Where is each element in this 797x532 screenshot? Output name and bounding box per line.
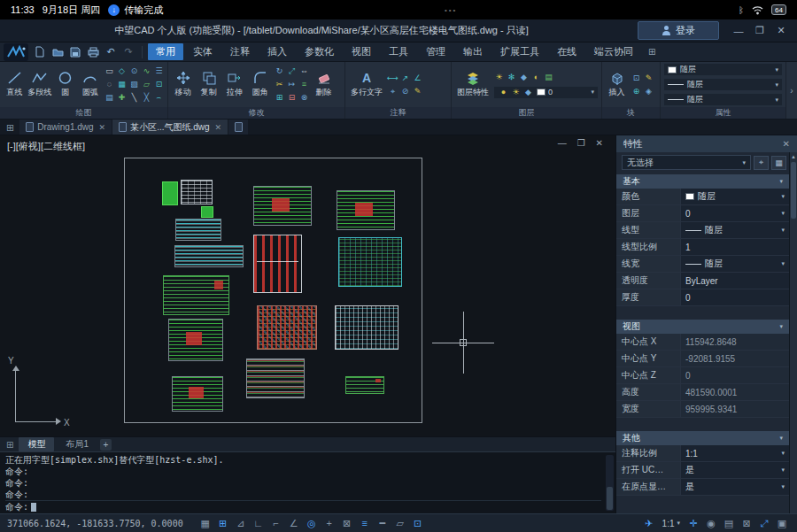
notification-chip[interactable]: ↓ 传输完成 bbox=[108, 4, 163, 17]
break-icon[interactable]: ⊟ bbox=[286, 91, 298, 104]
drawing-thumbnail-15[interactable] bbox=[246, 359, 305, 398]
drawing-thumbnail-1[interactable] bbox=[162, 181, 178, 205]
dropdown-arrow-icon[interactable]: ▾ bbox=[781, 193, 785, 200]
add-layout-button[interactable]: + bbox=[100, 439, 112, 451]
collapse-arrow-icon[interactable]: ▾ bbox=[779, 178, 783, 185]
drawing-thumbnail-4[interactable] bbox=[253, 186, 312, 226]
array-icon[interactable]: ⊞ bbox=[274, 91, 285, 104]
donut-icon[interactable]: ⊙ bbox=[128, 65, 140, 78]
edit-block-icon[interactable]: ✎ bbox=[643, 72, 654, 85]
circle-tool-button[interactable]: 圆 bbox=[53, 64, 76, 105]
drawing-thumbnail-9[interactable] bbox=[338, 237, 402, 287]
layout1-tab[interactable]: 布局1 bbox=[57, 437, 97, 451]
new-file-icon[interactable] bbox=[32, 44, 48, 59]
menu-tab-端云协同[interactable]: 端云协同 bbox=[586, 43, 641, 60]
construction-line-icon[interactable]: ╳ bbox=[141, 91, 152, 104]
ribbon-scroll-right[interactable]: › bbox=[786, 62, 797, 119]
drawing-thumbnail-14[interactable] bbox=[172, 376, 223, 412]
scale-icon[interactable]: ⤢ bbox=[286, 65, 298, 78]
object-snap-tracking-icon[interactable]: + bbox=[321, 516, 337, 530]
menu-tab-工具[interactable]: 工具 bbox=[381, 43, 416, 60]
linetype-dropdown[interactable]: 随层 ▾ bbox=[663, 78, 783, 91]
command-scrollbar[interactable] bbox=[606, 455, 614, 511]
property-value[interactable]: 是▾ bbox=[680, 479, 789, 495]
dropdown-arrow-icon[interactable]: ▾ bbox=[781, 483, 785, 490]
property-value[interactable]: 1 bbox=[680, 239, 789, 255]
command-scrollbar-thumb[interactable] bbox=[607, 487, 613, 510]
model-space-icon[interactable]: ▦ bbox=[197, 516, 213, 530]
fullscreen-icon[interactable]: ▣ bbox=[774, 516, 790, 530]
menu-tab-管理[interactable]: 管理 bbox=[418, 43, 453, 60]
polygon-icon[interactable]: ◇ bbox=[116, 65, 128, 78]
mirror-icon[interactable]: ⇔ bbox=[298, 65, 310, 78]
linear-dimension-icon[interactable]: ⟷ bbox=[387, 72, 398, 85]
extend-icon[interactable]: ↦ bbox=[286, 78, 298, 91]
property-value[interactable]: 1:1▾ bbox=[680, 445, 789, 461]
command-line-panel[interactable]: 正在用字型[simplex.shx]替代字型[hzst-e.shx].命令:命令… bbox=[0, 451, 615, 513]
command-prompt[interactable]: 命令: bbox=[5, 500, 601, 513]
auto-scale-icon[interactable]: ◉ bbox=[703, 516, 719, 530]
block-group-label[interactable]: 块 bbox=[602, 107, 660, 119]
property-value[interactable]: 是▾ bbox=[680, 462, 789, 478]
rotate-icon[interactable]: ↻ bbox=[274, 65, 285, 78]
collapse-arrow-icon[interactable]: ▾ bbox=[779, 323, 783, 330]
edit-text-icon[interactable]: ✎ bbox=[412, 85, 423, 98]
drawing-thumbnail-12[interactable] bbox=[257, 305, 317, 350]
property-value[interactable]: ByLayer bbox=[680, 273, 789, 289]
menu-tab-在线[interactable]: 在线 bbox=[549, 43, 584, 60]
layer-isolate-icon[interactable]: ◐ bbox=[530, 71, 542, 84]
section-header-其他[interactable]: 其他▾ bbox=[616, 431, 789, 445]
region-icon[interactable]: ⊡ bbox=[153, 78, 165, 91]
annotation-visibility-icon[interactable]: ✛ bbox=[685, 516, 701, 530]
scrollbar-up-icon[interactable]: ▲ bbox=[790, 152, 797, 161]
collapse-arrow-icon[interactable]: ▾ bbox=[779, 435, 783, 442]
boundary-icon[interactable]: ▱ bbox=[141, 78, 152, 91]
arc-tool-button[interactable]: 圆弧 bbox=[79, 64, 102, 105]
object-snap-icon[interactable]: ◎ bbox=[304, 516, 320, 530]
new-drawing-tab[interactable] bbox=[228, 120, 248, 135]
revision-cloud-icon[interactable]: ⌢ bbox=[153, 91, 165, 104]
property-value[interactable]: 随层▾ bbox=[680, 222, 789, 238]
save-icon[interactable] bbox=[67, 44, 83, 59]
open-file-icon[interactable] bbox=[50, 44, 66, 59]
document-tab-1[interactable]: Drawing1.dwg✕ bbox=[19, 120, 112, 135]
dynamic-input-icon[interactable]: ≡ bbox=[357, 516, 373, 530]
trim-icon[interactable]: ✂ bbox=[274, 78, 285, 91]
rectangle-icon[interactable]: ▭ bbox=[104, 65, 115, 78]
drawing-thumbnail-8[interactable] bbox=[253, 235, 302, 293]
gradient-icon[interactable]: ▨ bbox=[128, 78, 140, 91]
menu-tab-参数化[interactable]: 参数化 bbox=[297, 43, 342, 60]
layout-tabs-menu-icon[interactable]: ⊞ bbox=[4, 440, 16, 450]
tab-close-icon[interactable]: ✕ bbox=[215, 123, 222, 132]
fillet-tool-button[interactable]: 圆角 bbox=[248, 64, 272, 105]
layer-on-icon[interactable]: ☀ bbox=[493, 71, 505, 84]
annotate-group-label[interactable]: 注释 bbox=[345, 107, 451, 119]
property-value[interactable]: 481590.0001 bbox=[680, 384, 789, 400]
drawing-thumbnail-11[interactable] bbox=[168, 319, 223, 361]
property-value[interactable]: 0 bbox=[680, 289, 789, 305]
vp-minimize-icon[interactable]: — bbox=[558, 138, 567, 148]
lineweight-dropdown[interactable]: 随层 ▾ bbox=[663, 93, 783, 106]
toggle-pickadd-icon[interactable]: ▦ bbox=[771, 156, 786, 170]
layer-lock-state-icon[interactable]: ◆ bbox=[522, 86, 534, 99]
layer-properties-button[interactable]: 图层特性 bbox=[454, 64, 491, 105]
layer-bulb-icon[interactable]: ● bbox=[498, 86, 509, 99]
property-value[interactable]: 0 bbox=[680, 367, 789, 383]
drawing-viewport[interactable]: [-][俯视][二维线框] — ❐ ✕ Y X bbox=[0, 135, 615, 436]
annotation-monitor-icon[interactable]: ⊠ bbox=[739, 516, 754, 530]
drawing-thumbnail-6[interactable] bbox=[175, 219, 221, 241]
undo-icon[interactable]: ↶ bbox=[103, 44, 119, 59]
close-button[interactable]: ✕ bbox=[770, 25, 792, 36]
property-value[interactable]: -92081.9155 bbox=[680, 351, 789, 366]
copy-tool-button[interactable]: 复制 bbox=[197, 64, 221, 105]
plot-icon[interactable] bbox=[85, 44, 101, 59]
layer-freeze-icon[interactable]: ✻ bbox=[506, 71, 517, 84]
transparency-icon[interactable]: ▱ bbox=[392, 516, 408, 530]
erase-tool-button[interactable]: 删除 bbox=[312, 64, 336, 105]
line-tool-button[interactable]: 直线 bbox=[3, 64, 26, 105]
workspace-switch-icon[interactable]: ▤ bbox=[721, 516, 737, 530]
modify-group-label[interactable]: 修改 bbox=[168, 107, 344, 119]
document-tab-2[interactable]: 某小区...气图纸.dwg✕ bbox=[112, 120, 228, 135]
drawing-thumbnail-5[interactable] bbox=[337, 190, 395, 230]
dropdown-arrow-icon[interactable]: ▾ bbox=[781, 466, 785, 474]
